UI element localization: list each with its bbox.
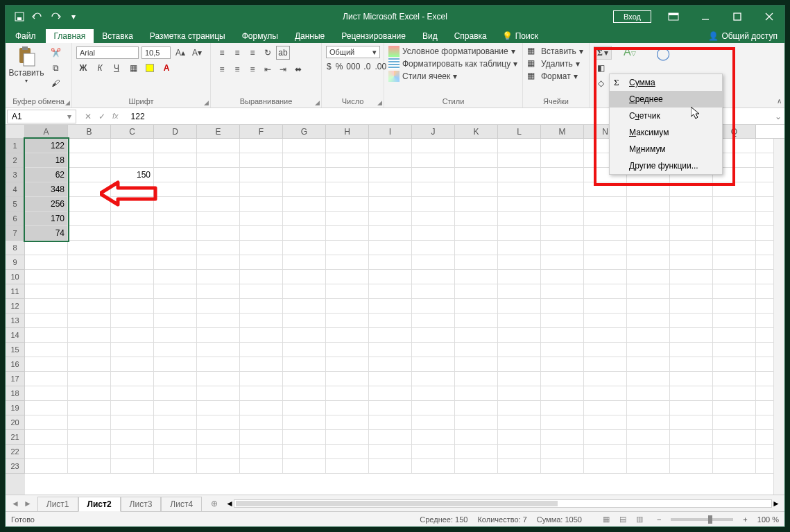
autosum-button[interactable]: Σ▾	[594, 46, 612, 60]
cell-H5[interactable]	[326, 197, 369, 211]
cell-H2[interactable]	[326, 153, 369, 167]
cell-J4[interactable]	[412, 182, 455, 196]
cell-J18[interactable]	[412, 386, 455, 400]
cell-L1[interactable]	[498, 139, 541, 153]
cell-B12[interactable]	[68, 299, 111, 313]
cell-A16[interactable]	[25, 357, 68, 371]
row-header-2[interactable]: 2	[6, 153, 25, 168]
cell-J16[interactable]	[412, 357, 455, 371]
close-icon[interactable]	[754, 6, 784, 27]
row-header-23[interactable]: 23	[6, 459, 25, 474]
ribbon-display-icon[interactable]	[658, 6, 689, 27]
cell-G6[interactable]	[283, 212, 326, 225]
cell-C14[interactable]	[111, 328, 154, 342]
cell-I13[interactable]	[369, 314, 412, 327]
cell-C12[interactable]	[111, 299, 154, 313]
cell-P23[interactable]	[670, 459, 713, 473]
cell-N11[interactable]	[584, 284, 627, 298]
format-as-table-button[interactable]: Форматировать как таблицу▾	[388, 58, 518, 69]
cell-K22[interactable]	[455, 445, 498, 458]
cell-P8[interactable]	[670, 241, 713, 255]
cell-C1[interactable]	[111, 139, 154, 153]
cell-C17[interactable]	[111, 372, 154, 386]
underline-button[interactable]: Ч	[110, 61, 123, 75]
cell-L8[interactable]	[498, 241, 541, 255]
tab-file[interactable]: Файл	[6, 29, 46, 43]
comma-icon[interactable]: 000	[346, 60, 360, 74]
cell-M19[interactable]	[541, 401, 584, 415]
cell-Q9[interactable]	[713, 255, 756, 269]
zoom-out-button[interactable]: −	[657, 515, 661, 524]
cell-F16[interactable]	[240, 357, 283, 371]
cell-K5[interactable]	[455, 197, 498, 211]
cell-C7[interactable]	[111, 226, 154, 240]
cell-M17[interactable]	[541, 372, 584, 386]
cell-J19[interactable]	[412, 401, 455, 415]
number-format-select[interactable]: Общий▾	[326, 46, 380, 58]
cell-H1[interactable]	[326, 139, 369, 153]
cell-F13[interactable]	[240, 314, 283, 327]
cell-D18[interactable]	[154, 386, 197, 400]
cell-Q5[interactable]	[713, 197, 756, 211]
cell-I22[interactable]	[369, 445, 412, 458]
cell-K9[interactable]	[455, 255, 498, 269]
cell-H17[interactable]	[326, 372, 369, 386]
cell-H6[interactable]	[326, 212, 369, 225]
cell-N20[interactable]	[584, 415, 627, 429]
cell-O8[interactable]	[627, 241, 670, 255]
cell-L17[interactable]	[498, 372, 541, 386]
cell-K1[interactable]	[455, 139, 498, 153]
cell-K8[interactable]	[455, 241, 498, 255]
cell-A13[interactable]	[25, 314, 68, 327]
cell-P5[interactable]	[670, 197, 713, 211]
cell-C4[interactable]	[111, 182, 154, 196]
column-header-C[interactable]: C	[111, 125, 154, 138]
cell-N7[interactable]	[584, 226, 627, 240]
merge-icon[interactable]: ⬌	[291, 62, 305, 76]
cell-L19[interactable]	[498, 401, 541, 415]
cell-M10[interactable]	[541, 270, 584, 284]
cell-A14[interactable]	[25, 328, 68, 342]
cell-K2[interactable]	[455, 153, 498, 167]
cell-D21[interactable]	[154, 430, 197, 444]
cell-M14[interactable]	[541, 328, 584, 342]
expand-formula-bar-icon[interactable]: ⌄	[775, 112, 782, 121]
cell-E20[interactable]	[197, 415, 240, 429]
cell-A9[interactable]	[25, 255, 68, 269]
cell-J14[interactable]	[412, 328, 455, 342]
cell-N23[interactable]	[584, 459, 627, 473]
cell-D2[interactable]	[154, 153, 197, 167]
cell-F7[interactable]	[240, 226, 283, 240]
cell-O20[interactable]	[627, 415, 670, 429]
cell-E4[interactable]	[197, 182, 240, 196]
cell-A21[interactable]	[25, 430, 68, 444]
cell-E6[interactable]	[197, 212, 240, 225]
cell-Q19[interactable]	[713, 401, 756, 415]
format-painter-icon[interactable]: 🖌	[49, 76, 62, 90]
cell-L10[interactable]	[498, 270, 541, 284]
cell-C23[interactable]	[111, 459, 154, 473]
format-cells-button[interactable]: ▦Формат▾	[527, 71, 585, 82]
cell-E3[interactable]	[197, 168, 240, 182]
cell-I19[interactable]	[369, 401, 412, 415]
cell-B20[interactable]	[68, 415, 111, 429]
cell-C2[interactable]	[111, 153, 154, 167]
row-header-7[interactable]: 7	[6, 226, 25, 241]
cell-A4[interactable]: 348	[25, 182, 68, 196]
cell-D5[interactable]	[154, 197, 197, 211]
column-header-G[interactable]: G	[283, 125, 326, 138]
cell-K19[interactable]	[455, 401, 498, 415]
cell-G11[interactable]	[283, 284, 326, 298]
cell-H22[interactable]	[326, 445, 369, 458]
cell-M13[interactable]	[541, 314, 584, 327]
align-left-icon[interactable]: ≡	[215, 62, 229, 76]
cell-grid[interactable]: 122186215034825617074	[25, 139, 784, 495]
row-header-15[interactable]: 15	[6, 343, 25, 357]
cell-M6[interactable]	[541, 212, 584, 225]
add-sheet-button[interactable]: ⊕	[207, 499, 221, 508]
cell-J17[interactable]	[412, 372, 455, 386]
cell-G8[interactable]	[283, 241, 326, 255]
conditional-formatting-button[interactable]: Условное форматирование▾	[388, 46, 518, 57]
increase-font-icon[interactable]: A▴	[173, 46, 187, 60]
cell-B5[interactable]	[68, 197, 111, 211]
